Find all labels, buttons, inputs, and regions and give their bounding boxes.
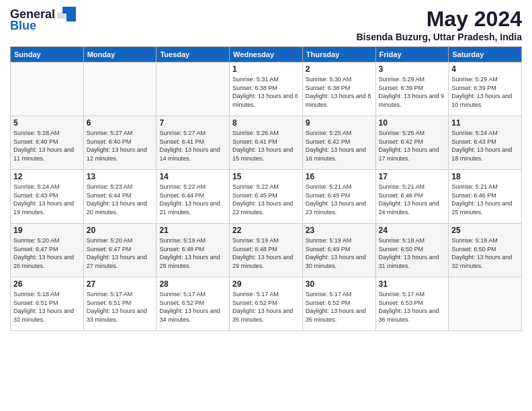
day-number: 8 bbox=[232, 118, 300, 128]
day-info: Sunrise: 5:23 AMSunset: 6:44 PMDaylight:… bbox=[87, 183, 154, 216]
day-number: 26 bbox=[13, 279, 81, 289]
day-info: Sunrise: 5:22 AMSunset: 6:45 PMDaylight:… bbox=[232, 183, 300, 216]
calendar-cell: 30 Sunrise: 5:17 AMSunset: 6:52 PMDaylig… bbox=[302, 277, 375, 331]
day-number: 4 bbox=[451, 64, 519, 74]
day-number: 19 bbox=[13, 226, 81, 235]
day-number: 18 bbox=[451, 172, 519, 181]
weekday-header-friday: Friday bbox=[375, 47, 449, 62]
weekday-header-monday: Monday bbox=[83, 47, 157, 62]
calendar-cell: 27 Sunrise: 5:17 AMSunset: 6:51 PMDaylig… bbox=[83, 277, 157, 331]
day-number: 20 bbox=[87, 226, 154, 235]
day-info: Sunrise: 5:20 AMSunset: 6:47 PMDaylight:… bbox=[13, 236, 81, 270]
calendar-cell: 31 Sunrise: 5:17 AMSunset: 6:53 PMDaylig… bbox=[375, 277, 449, 331]
calendar-cell: 11 Sunrise: 5:24 AMSunset: 6:43 PMDaylig… bbox=[449, 116, 522, 170]
location-title: Bisenda Buzurg, Uttar Pradesh, India bbox=[356, 32, 522, 42]
title-block: May 2024 Bisenda Buzurg, Uttar Pradesh, … bbox=[356, 7, 522, 42]
weekday-header-tuesday: Tuesday bbox=[157, 47, 230, 62]
day-number: 11 bbox=[451, 118, 519, 128]
calendar-cell: 16 Sunrise: 5:21 AMSunset: 6:45 PMDaylig… bbox=[302, 170, 375, 224]
calendar-cell: 4 Sunrise: 5:29 AMSunset: 6:39 PMDayligh… bbox=[449, 62, 522, 116]
calendar-cell bbox=[83, 62, 157, 116]
day-info: Sunrise: 5:31 AMSunset: 6:38 PMDaylight:… bbox=[232, 75, 300, 109]
day-number: 27 bbox=[87, 279, 154, 289]
day-info: Sunrise: 5:21 AMSunset: 6:45 PMDaylight:… bbox=[306, 183, 373, 216]
day-info: Sunrise: 5:27 AMSunset: 6:41 PMDaylight:… bbox=[159, 129, 226, 163]
calendar-cell: 6 Sunrise: 5:27 AMSunset: 6:40 PMDayligh… bbox=[83, 116, 157, 170]
day-info: Sunrise: 5:17 AMSunset: 6:52 PMDaylight:… bbox=[159, 290, 226, 324]
weekday-header-wednesday: Wednesday bbox=[230, 47, 303, 62]
day-number: 25 bbox=[451, 226, 519, 235]
calendar-cell: 1 Sunrise: 5:31 AMSunset: 6:38 PMDayligh… bbox=[230, 62, 303, 116]
day-number: 16 bbox=[306, 172, 373, 181]
day-info: Sunrise: 5:29 AMSunset: 6:39 PMDaylight:… bbox=[451, 75, 519, 109]
calendar-cell: 5 Sunrise: 5:28 AMSunset: 6:40 PMDayligh… bbox=[11, 116, 84, 170]
day-info: Sunrise: 5:19 AMSunset: 6:49 PMDaylight:… bbox=[306, 236, 373, 270]
day-number: 31 bbox=[379, 279, 446, 289]
calendar-cell: 18 Sunrise: 5:21 AMSunset: 6:46 PMDaylig… bbox=[449, 170, 522, 224]
calendar-cell: 3 Sunrise: 5:29 AMSunset: 6:39 PMDayligh… bbox=[375, 62, 449, 116]
day-info: Sunrise: 5:18 AMSunset: 6:50 PMDaylight:… bbox=[451, 236, 519, 270]
day-info: Sunrise: 5:19 AMSunset: 6:48 PMDaylight:… bbox=[159, 236, 226, 270]
day-info: Sunrise: 5:20 AMSunset: 6:47 PMDaylight:… bbox=[87, 236, 154, 270]
calendar-cell: 12 Sunrise: 5:24 AMSunset: 6:43 PMDaylig… bbox=[11, 170, 84, 224]
day-info: Sunrise: 5:28 AMSunset: 6:40 PMDaylight:… bbox=[13, 129, 81, 163]
day-info: Sunrise: 5:25 AMSunset: 6:42 PMDaylight:… bbox=[306, 129, 373, 163]
day-number: 28 bbox=[159, 279, 226, 289]
day-info: Sunrise: 5:19 AMSunset: 6:48 PMDaylight:… bbox=[232, 236, 300, 270]
calendar-cell: 19 Sunrise: 5:20 AMSunset: 6:47 PMDaylig… bbox=[11, 224, 84, 277]
day-info: Sunrise: 5:27 AMSunset: 6:40 PMDaylight:… bbox=[87, 129, 154, 163]
day-number: 9 bbox=[306, 118, 373, 128]
svg-marker-2 bbox=[57, 12, 66, 19]
day-info: Sunrise: 5:21 AMSunset: 6:46 PMDaylight:… bbox=[379, 183, 446, 216]
calendar-cell: 17 Sunrise: 5:21 AMSunset: 6:46 PMDaylig… bbox=[375, 170, 449, 224]
day-info: Sunrise: 5:18 AMSunset: 6:51 PMDaylight:… bbox=[13, 290, 81, 324]
day-info: Sunrise: 5:17 AMSunset: 6:52 PMDaylight:… bbox=[306, 290, 373, 324]
calendar-cell: 15 Sunrise: 5:22 AMSunset: 6:45 PMDaylig… bbox=[230, 170, 303, 224]
calendar-cell bbox=[449, 277, 522, 331]
day-info: Sunrise: 5:30 AMSunset: 6:38 PMDaylight:… bbox=[306, 75, 373, 109]
weekday-header-thursday: Thursday bbox=[302, 47, 375, 62]
calendar-cell: 29 Sunrise: 5:17 AMSunset: 6:52 PMDaylig… bbox=[230, 277, 303, 331]
page-header: General Blue May 2024 Bisenda Buzurg, Ut… bbox=[10, 7, 522, 42]
day-number: 7 bbox=[159, 118, 226, 128]
calendar-cell: 20 Sunrise: 5:20 AMSunset: 6:47 PMDaylig… bbox=[83, 224, 157, 277]
calendar-cell: 7 Sunrise: 5:27 AMSunset: 6:41 PMDayligh… bbox=[157, 116, 230, 170]
calendar-cell: 13 Sunrise: 5:23 AMSunset: 6:44 PMDaylig… bbox=[83, 170, 157, 224]
logo-blue: Blue bbox=[10, 19, 36, 33]
calendar-cell: 25 Sunrise: 5:18 AMSunset: 6:50 PMDaylig… bbox=[449, 224, 522, 277]
day-info: Sunrise: 5:24 AMSunset: 6:43 PMDaylight:… bbox=[13, 183, 81, 216]
day-info: Sunrise: 5:29 AMSunset: 6:39 PMDaylight:… bbox=[379, 75, 446, 109]
day-number: 22 bbox=[232, 226, 300, 235]
day-number: 21 bbox=[159, 226, 226, 235]
day-number: 17 bbox=[379, 172, 446, 181]
day-info: Sunrise: 5:26 AMSunset: 6:41 PMDaylight:… bbox=[232, 129, 300, 163]
calendar-cell: 14 Sunrise: 5:22 AMSunset: 6:44 PMDaylig… bbox=[157, 170, 230, 224]
calendar-cell: 26 Sunrise: 5:18 AMSunset: 6:51 PMDaylig… bbox=[11, 277, 84, 331]
weekday-header-sunday: Sunday bbox=[11, 47, 84, 62]
day-info: Sunrise: 5:25 AMSunset: 6:42 PMDaylight:… bbox=[379, 129, 446, 163]
calendar-cell bbox=[157, 62, 230, 116]
calendar-cell: 2 Sunrise: 5:30 AMSunset: 6:38 PMDayligh… bbox=[302, 62, 375, 116]
calendar-cell: 22 Sunrise: 5:19 AMSunset: 6:48 PMDaylig… bbox=[230, 224, 303, 277]
day-number: 12 bbox=[13, 172, 81, 181]
day-number: 29 bbox=[232, 279, 300, 289]
day-number: 2 bbox=[306, 64, 373, 74]
calendar-cell: 23 Sunrise: 5:19 AMSunset: 6:49 PMDaylig… bbox=[302, 224, 375, 277]
day-number: 13 bbox=[87, 172, 154, 181]
day-info: Sunrise: 5:24 AMSunset: 6:43 PMDaylight:… bbox=[451, 129, 519, 163]
day-number: 24 bbox=[379, 226, 446, 235]
day-number: 10 bbox=[379, 118, 446, 128]
calendar-cell: 28 Sunrise: 5:17 AMSunset: 6:52 PMDaylig… bbox=[157, 277, 230, 331]
day-info: Sunrise: 5:17 AMSunset: 6:51 PMDaylight:… bbox=[87, 290, 154, 324]
weekday-header-saturday: Saturday bbox=[449, 47, 522, 62]
day-number: 30 bbox=[306, 279, 373, 289]
month-title: May 2024 bbox=[356, 7, 522, 32]
day-number: 1 bbox=[232, 64, 300, 74]
calendar-cell: 9 Sunrise: 5:25 AMSunset: 6:42 PMDayligh… bbox=[302, 116, 375, 170]
svg-marker-1 bbox=[66, 13, 76, 21]
logo: General Blue bbox=[10, 7, 76, 33]
day-number: 14 bbox=[159, 172, 226, 181]
day-number: 3 bbox=[379, 64, 446, 74]
calendar-cell bbox=[11, 62, 84, 116]
day-number: 15 bbox=[232, 172, 300, 181]
